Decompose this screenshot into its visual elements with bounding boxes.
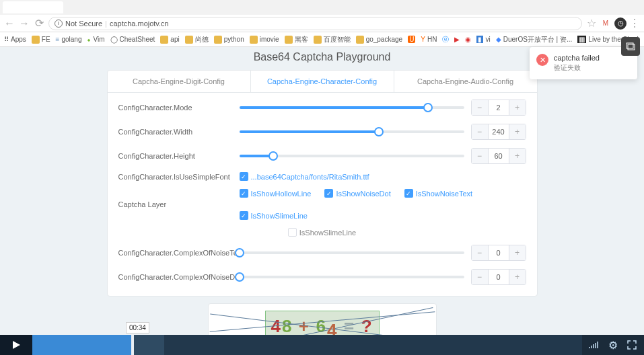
- side-panel-icon[interactable]: [621, 37, 640, 56]
- bookmark-item[interactable]: go_package: [356, 36, 403, 44]
- checkbox-noise-dot[interactable]: ✓IsShowNoiseDot: [324, 189, 390, 198]
- label-noise-text: ConfigCharacter.ComplexOfNoiseText: [118, 249, 240, 257]
- bookmark-item[interactable]: ◉: [465, 36, 471, 43]
- stepper-noise-text: − 0 +: [471, 245, 526, 261]
- label-simplefont: ConfigCharacter.IsUseSimpleFont: [118, 173, 240, 181]
- browser-toolbar: ← → ⟳ i Not Secure | captcha.mojotv.cn ☆…: [0, 15, 644, 32]
- bookmark-item[interactable]: ≡golang: [56, 36, 82, 43]
- checkbox-slime-line[interactable]: ✓IsShowSlimeLine: [240, 211, 308, 220]
- star-icon[interactable]: ☆: [586, 18, 597, 29]
- bookmark-item[interactable]: U: [408, 36, 415, 43]
- decrement-button[interactable]: −: [472, 124, 488, 139]
- stepper-mode: − 2 +: [471, 100, 526, 116]
- label-layer: Captcha Layer: [118, 200, 240, 208]
- increment-button[interactable]: +: [509, 245, 526, 260]
- bookmark-item[interactable]: 尚德: [185, 35, 209, 44]
- bookmark-item[interactable]: api: [160, 36, 179, 44]
- time-tooltip: 00:34: [126, 322, 149, 333]
- toast-title: captcha failed: [554, 54, 600, 62]
- error-icon: ✕: [536, 54, 548, 66]
- play-button[interactable]: [0, 335, 32, 355]
- volume-icon[interactable]: [589, 340, 600, 350]
- tab-audio-config[interactable]: Capcha-Engine-Audio-Config: [394, 71, 537, 92]
- bookmark-item[interactable]: ▶: [454, 36, 460, 43]
- config-panel: Capcha-Engine-Digit-Config Capcha-Engine…: [107, 70, 538, 297]
- stepper-value: 2: [488, 100, 509, 115]
- check-icon: ✓: [240, 172, 248, 181]
- decrement-button[interactable]: −: [472, 100, 488, 115]
- menu-icon[interactable]: ⋮: [629, 18, 640, 29]
- decrement-button[interactable]: −: [472, 245, 488, 260]
- slider-noise-text[interactable]: [240, 251, 464, 254]
- extension-icon[interactable]: ◷: [614, 17, 627, 30]
- stepper-noise-dot: − 0 +: [471, 269, 526, 285]
- bookmark-item[interactable]: ⬥Vim: [87, 36, 104, 43]
- stepper-value: 240: [488, 124, 509, 139]
- checkbox-simplefont[interactable]: ✓ ...base64Captcha/fonts/RitaSmith.ttf: [240, 172, 526, 181]
- label-height: ConfigCharacter.Height: [118, 152, 240, 160]
- check-icon: ✓: [240, 211, 248, 220]
- increment-button[interactable]: +: [509, 149, 526, 163]
- video-progress[interactable]: 00:34: [32, 335, 582, 355]
- bookmark-item[interactable]: ◆DuerOS开放平台 | 资...: [496, 35, 573, 44]
- slider-height[interactable]: [240, 155, 464, 157]
- stepper-height: − 60 +: [471, 148, 526, 164]
- stepper-value: 0: [488, 245, 509, 260]
- label-noise-dot: ConfigCharacter.ComplexOfNoiseDot: [118, 273, 240, 281]
- bookmark-item[interactable]: ◯CheatSheet: [110, 36, 155, 43]
- bookmark-item[interactable]: imovie: [250, 36, 279, 44]
- browser-tab[interactable]: [3, 1, 63, 13]
- increment-button[interactable]: +: [509, 270, 526, 284]
- bookmark-item[interactable]: 黑客: [285, 35, 308, 44]
- increment-button[interactable]: +: [509, 124, 526, 139]
- svg-marker-2: [13, 341, 20, 349]
- check-icon: [288, 228, 297, 237]
- forward-icon[interactable]: →: [19, 18, 30, 29]
- bookmark-item[interactable]: ⓔ: [442, 35, 449, 44]
- checkbox-slime-line-2[interactable]: IsShowSlimeLine: [288, 228, 356, 237]
- fullscreen-icon[interactable]: [627, 340, 637, 350]
- bookmarks-bar: ⠿Apps FE ≡golang ⬥Vim ◯CheatSheet api 尚德…: [0, 32, 644, 47]
- site-info-icon[interactable]: i: [55, 19, 63, 28]
- back-icon[interactable]: ←: [4, 18, 15, 29]
- toast-subtitle: 验证失败: [554, 63, 600, 73]
- url-text: captcha.mojotv.cn: [110, 19, 169, 28]
- gmail-icon[interactable]: M: [600, 17, 612, 30]
- decrement-button[interactable]: −: [472, 270, 488, 284]
- label-width: ConfigCharacter.Width: [118, 128, 240, 136]
- slider-noise-dot[interactable]: [240, 276, 464, 278]
- checkbox-noise-text[interactable]: ✓IsShowNoiseText: [404, 189, 472, 198]
- not-secure-label: Not Secure: [65, 19, 102, 28]
- tab-digit-config[interactable]: Capcha-Engine-Digit-Config: [108, 71, 251, 92]
- decrement-button[interactable]: −: [472, 149, 488, 163]
- slider-mode[interactable]: [240, 106, 464, 109]
- bookmark-item[interactable]: FE: [32, 36, 50, 44]
- font-path-label: ...base64Captcha/fonts/RitaSmith.ttf: [251, 173, 369, 181]
- reload-icon[interactable]: ⟳: [34, 18, 44, 29]
- bookmark-item[interactable]: python: [214, 36, 244, 44]
- bookmark-item[interactable]: ▮vi: [476, 36, 490, 43]
- check-icon: ✓: [240, 189, 248, 198]
- check-icon: ✓: [404, 189, 413, 198]
- page-content: Base64 Captcha Playground Capcha-Engine-…: [0, 47, 644, 355]
- label-mode: ConfigCharacter.Mode: [118, 104, 240, 112]
- bookmark-item[interactable]: YHN: [421, 36, 437, 43]
- stepper-value: 60: [488, 149, 509, 163]
- increment-button[interactable]: +: [509, 100, 526, 115]
- bookmark-item[interactable]: 百度智能: [314, 35, 351, 44]
- stepper-width: − 240 +: [471, 124, 526, 140]
- browser-tabs: [0, 0, 644, 15]
- video-controls: 00:34 ⚙: [0, 335, 644, 355]
- checkbox-hollow-line[interactable]: ✓IsShowHollowLine: [240, 189, 312, 198]
- slider-width[interactable]: [240, 130, 464, 133]
- bookmark-item[interactable]: ⠿Apps: [4, 36, 26, 43]
- settings-icon[interactable]: ⚙: [608, 340, 618, 350]
- stepper-value: 0: [488, 270, 509, 284]
- check-icon: ✓: [324, 189, 333, 198]
- address-bar[interactable]: i Not Secure | captcha.mojotv.cn: [48, 17, 582, 30]
- tab-character-config[interactable]: Capcha-Engine-Character-Config: [251, 71, 394, 92]
